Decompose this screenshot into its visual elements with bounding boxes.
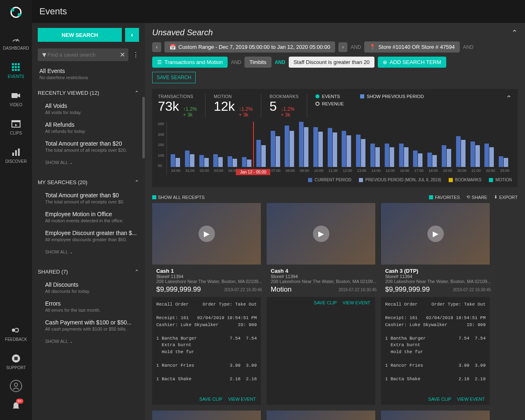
toggle-revenue[interactable]: REVENUE: [315, 101, 344, 106]
action-text: SHARE: [472, 195, 487, 200]
type-filter-text: Transactions and Motion: [164, 59, 223, 65]
nav-discover[interactable]: DISCOVER: [0, 141, 32, 169]
new-search-button[interactable]: NEW SEARCH: [38, 28, 122, 42]
item-title: All Voids: [45, 103, 137, 109]
and-separator: AND: [351, 44, 361, 50]
show-all-link[interactable]: SHOW ALL ⌄: [38, 156, 139, 169]
chart-legend-item[interactable]: BOOKMARKS: [449, 178, 482, 182]
chart-legend-item[interactable]: MOTION: [489, 178, 512, 182]
video-thumbnail[interactable]: [381, 411, 490, 420]
video-thumbnail[interactable]: ▶: [152, 203, 261, 265]
svg-rect-21: [14, 357, 18, 360]
chart-icon: [11, 147, 21, 158]
show-all-link[interactable]: SHOW ALL ⌄: [38, 335, 139, 348]
page-title-bar: Events: [32, 0, 525, 23]
app-logo[interactable]: [9, 5, 23, 20]
favorites-action[interactable]: FAVORITES: [429, 194, 460, 200]
sidebar-item[interactable]: All DiscountsAll discounts for today.: [38, 278, 139, 297]
svg-rect-10: [12, 69, 14, 71]
svg-rect-8: [15, 66, 17, 68]
gauge-icon: [11, 34, 21, 44]
page-title: Events: [39, 6, 67, 17]
sidebar-section-head[interactable]: SHARED (7)⌃: [38, 265, 139, 278]
item-sub: All cash payments with $100 or $50 bills…: [45, 326, 137, 331]
show-all-receipts[interactable]: SHOW ALL RECEIPTS: [152, 195, 205, 200]
video-thumbnail[interactable]: [152, 411, 261, 420]
video-thumbnail[interactable]: ▶: [267, 203, 375, 265]
sidebar-item[interactable]: All VoidsAll voids for today.: [38, 99, 139, 118]
event-card: [152, 411, 261, 420]
chart[interactable]: 25020015010050 Jan 12 - 05:00 24:0001:00…: [158, 122, 512, 175]
view-event-button[interactable]: VIEW EVENT: [342, 300, 370, 305]
share-action[interactable]: ⟲ SHARE: [466, 194, 487, 200]
nav-dashboard[interactable]: DASHBOARD: [0, 28, 32, 56]
more-icon[interactable]: ⋮: [132, 51, 139, 59]
y-axis: 25020015010050: [158, 122, 167, 175]
export-action[interactable]: ⬇ EXPORT: [494, 194, 518, 200]
nav-clips[interactable]: CLIPS: [0, 113, 32, 141]
sidebar-item[interactable]: Total Amount greater than $0The total am…: [38, 189, 139, 208]
video-thumbnail[interactable]: [267, 411, 375, 420]
sidebar-item[interactable]: Employee Motion in OfficeAll motion even…: [38, 208, 139, 226]
svg-rect-4: [12, 63, 14, 65]
saved-search-box[interactable]: ▼ ✕: [38, 48, 128, 61]
sidebar-section-head[interactable]: MY SEARCHES (20)⌃: [38, 176, 139, 189]
user-avatar[interactable]: [10, 380, 22, 392]
add-search-term-button[interactable]: ⊕ ADD SEARCH TERM: [378, 57, 446, 68]
notification-bell[interactable]: 9+: [10, 400, 22, 412]
nav-video[interactable]: VIDEO: [0, 84, 32, 113]
nav-feedback[interactable]: FEEDBACK: [0, 319, 32, 347]
video-thumbnail[interactable]: ▶: [381, 203, 490, 265]
stat-motion: MOTION 12k ↓1.2%+ 3k: [214, 94, 261, 118]
item-title: Employee Discount greater than $...: [45, 230, 137, 236]
toggle-previous-period[interactable]: SHOW PREVIOUS PERIOD: [360, 94, 424, 99]
event-card: ▶ Cash 3 (DTP) Store# 11394 208 Lakeshor…: [381, 203, 490, 405]
card-timestamp: 2019-07-22 16:30:45: [453, 288, 491, 292]
save-clip-button[interactable]: SAVE CLIP: [199, 397, 222, 402]
collapse-stats-icon[interactable]: ⌃: [506, 94, 512, 103]
prev-date-button[interactable]: ‹: [152, 42, 161, 52]
legend-text: SHOW PREVIOUS PERIOD: [367, 94, 424, 99]
film-icon: [11, 119, 21, 129]
date-range-chip[interactable]: 📅 Custom Range - Dec 7, 2019 05:00:00 to…: [164, 41, 335, 52]
sidebar-all-events[interactable]: All Events No date/time restrictions: [32, 64, 145, 83]
card-title: Cash 1: [156, 268, 262, 274]
save-search-button[interactable]: SAVE SEARCH: [152, 72, 196, 83]
chart-legend-item[interactable]: CURRENT PERIOD: [308, 178, 352, 182]
product-filter-chip[interactable]: Timbits: [244, 57, 271, 68]
event-cards: ▶ Cash 1 Store# 11394 208 Lakeshore Near…: [145, 203, 525, 420]
clear-search-icon[interactable]: ✕: [120, 51, 125, 59]
next-date-button[interactable]: ›: [338, 42, 347, 52]
scrollbar[interactable]: [142, 97, 145, 158]
sidebar-item[interactable]: Total Amount greater than $20The total a…: [38, 137, 139, 156]
sidebar-item[interactable]: Cash Payment with $100 or $50...All cash…: [38, 316, 139, 335]
type-filter-chip[interactable]: ☰ Transactions and Motion: [152, 57, 228, 68]
sidebar-item[interactable]: Employee Discount greater than $...All e…: [38, 226, 139, 245]
item-sub: All discounts for today.: [45, 289, 137, 294]
sidebar-item[interactable]: All RefundsAll refunds for today: [38, 118, 139, 137]
save-clip-button[interactable]: SAVE CLIP: [314, 300, 337, 305]
toggle-events[interactable]: EVENTS: [315, 94, 344, 99]
discount-filter-chip[interactable]: Staff Discount is greater than 20: [289, 57, 374, 68]
store-filter-chip[interactable]: 📍 Store #10140 OR Store # 47594: [364, 41, 459, 52]
card-amount: $9,999,999.99: [156, 285, 201, 294]
collapse-sidebar-button[interactable]: ‹: [125, 28, 139, 42]
sidebar-section-head[interactable]: RECENTLY VIEWED (12)⌃: [38, 87, 139, 99]
saved-search-input[interactable]: [48, 52, 120, 58]
stat-transactions: TRANSACTIONS 73k ↑1.2%+ 3k: [158, 94, 205, 118]
stat-value: 5: [269, 99, 277, 114]
save-clip-button[interactable]: SAVE CLIP: [428, 397, 451, 402]
date-range-text: Custom Range - Dec 7, 2019 05:00:00 to J…: [178, 44, 330, 50]
chart-legend: CURRENT PERIODPREVIOUS PEROID (MON, JUL …: [158, 175, 512, 182]
view-event-button[interactable]: VIEW EVENT: [457, 397, 485, 402]
chart-legend-item[interactable]: PREVIOUS PEROID (MON, JUL 8, 2019): [359, 178, 441, 182]
item-title: Cash Payment with $100 or $50...: [45, 319, 137, 326]
time-marker[interactable]: [253, 122, 254, 167]
nav-events[interactable]: EVENTS: [0, 56, 32, 84]
collapse-search-icon[interactable]: ⌃: [511, 28, 518, 37]
notification-badge: 9+: [16, 399, 23, 404]
nav-support[interactable]: SUPPORT: [0, 347, 32, 376]
show-all-link[interactable]: SHOW ALL ⌄: [38, 245, 139, 259]
view-event-button[interactable]: VIEW EVENT: [228, 397, 256, 402]
sidebar-item[interactable]: ErrorsAll errors for the last month.: [38, 297, 139, 316]
